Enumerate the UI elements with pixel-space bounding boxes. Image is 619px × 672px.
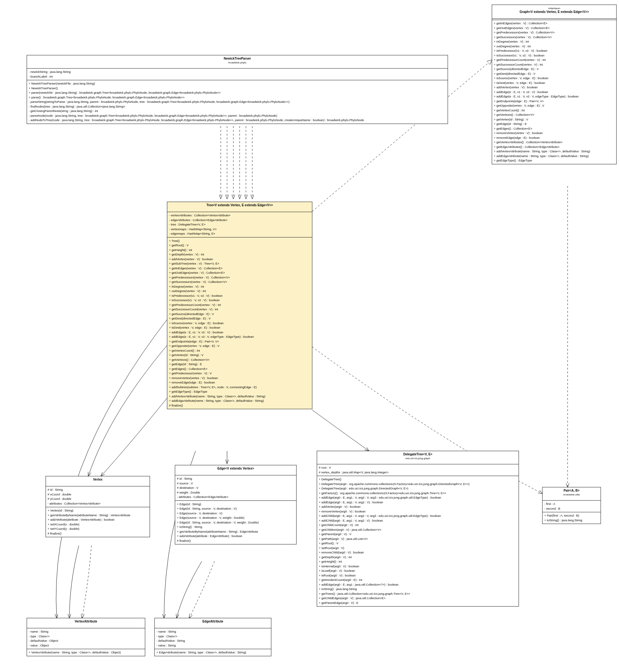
svg-text:# yCoord : double: # yCoord : double	[48, 497, 71, 500]
svg-text:+ removeChild(arg0 : V) : bool: + removeChild(arg0 : V) : boolean	[319, 551, 364, 554]
svg-text:broadwick.phylo: broadwick.phylo	[228, 61, 247, 64]
svg-text:+ DelegateTree(arg0 : org.apac: + DelegateTree(arg0 : org.apache.commons…	[319, 482, 470, 486]
svg-text:+ getOutEdges(vertex : V) : Co: + getOutEdges(vertex : V) : Collection<E…	[494, 26, 550, 29]
svg-text:+ addEdge(arg0 : E, arg1 : jav: + addEdge(arg0 : E, arg1 : java.util.Col…	[319, 583, 399, 586]
svg-text:+ Vertex(id : String): + Vertex(id : String)	[48, 509, 73, 512]
svg-text:+ inDegree(vertex : V) : int: + inDegree(vertex : V) : int	[494, 40, 529, 43]
svg-text:EdgeAttribute: EdgeAttribute	[202, 620, 223, 623]
svg-text:+ isDest(vertex : V, edge : E): + isDest(vertex : V, edge : E) : boolean	[494, 81, 545, 84]
svg-text:+ getChildEdges(arg0 : V) : ja: + getChildEdges(arg0 : V) : java.util.Co…	[319, 596, 386, 600]
svg-text:DelegateTree<V, E>: DelegateTree<V, E>	[403, 453, 432, 456]
interface-graph: «interface»Graph<V extends Vertex, E ext…	[492, 5, 616, 164]
svg-text:+ addAttribute(attribute : Ver: + addAttribute(attribute : VertexAttribu…	[48, 518, 115, 521]
svg-text:+ getEdgeAttributes() : Collec: + getEdgeAttributes() : Collection<EdgeA…	[494, 145, 560, 148]
svg-text:+ getSubTree(vertex : V) : Tre: + getSubTree(vertex : V) : Tree<V, E>	[169, 262, 219, 265]
svg-text:+ getPredecessorCount(vertex :: + getPredecessorCount(vertex : V) : int	[169, 303, 221, 307]
class-newicktreeparser: NewickTreeParserbroadwick.phylo- newickS…	[27, 55, 448, 124]
svg-text:+ getAttributeByName(attribute: + getAttributeByName(attributeName : Str…	[48, 514, 130, 517]
svg-text:+ NewickTreeParser(): + NewickTreeParser()	[29, 86, 58, 90]
svg-text:- attributes : Collection<Vert: - attributes : Collection<VertexAttribut…	[48, 502, 100, 505]
svg-text:+ getSuccessorCount(vertex : V: + getSuccessorCount(vertex : V) : int	[494, 63, 543, 66]
svg-text:+ getEndpoints(edge : E) : Pai: + getEndpoints(edge : E) : Pair<V, V>	[169, 340, 219, 343]
association-tree-delegatetree	[312, 410, 369, 451]
svg-text:- value : Object: - value : Object	[29, 644, 49, 647]
svg-text:+ NewickTreeParser(newickFile : + NewickTreeParser(newickFile : java.lan…	[29, 82, 95, 85]
svg-text:+ getPredecessors(vertex : V) : + getPredecessors(vertex : V) : Collecti…	[494, 30, 555, 34]
svg-text:+ isInternal(arg0 : V) : boole: + isInternal(arg0 : V) : boolean	[319, 564, 359, 568]
svg-text:- attributes : Collection<Edge: - attributes : Collection<EdgeAttribute>	[177, 495, 229, 498]
svg-text:+ addEdge(e : E, v1 : V, v2 : : + addEdge(e : E, v1 : V, v2 : V) : boole…	[494, 90, 548, 94]
svg-text:# xCoord : double: # xCoord : double	[48, 492, 71, 496]
svg-text:+ isSource(vertex : V, edge : : + isSource(vertex : V, edge : E) : boole…	[169, 321, 223, 325]
class-vertexattribute: VertexAttribute- name : String- type : C…	[27, 618, 145, 656]
svg-text:+ addVertexAttribute(name : St: + addVertexAttribute(name : String, type…	[494, 149, 590, 153]
svg-text:+ getDest(directedEdge : E) : : + getDest(directedEdge : E) : V	[169, 317, 211, 320]
svg-text:+ getInEdges(vertex : V) : Col: + getInEdges(vertex : V) : Collection<E>	[169, 266, 223, 270]
svg-text:+ getEdges() : Collection<E>: + getEdges() : Collection<E>	[169, 367, 207, 371]
svg-text:- newickString : java.lang.Str: - newickString : java.lang.String	[29, 70, 71, 73]
svg-text:# id : String: # id : String	[48, 488, 63, 491]
svg-text:Tree<V extends Vertex, E exten: Tree<V extends Vertex, E extends Edge<V>…	[207, 203, 273, 207]
svg-text:+ getDepth(arg0 : V) : int: + getDepth(arg0 : V) : int	[319, 555, 352, 559]
uml-diagram: NewickTreeParserbroadwick.phylo- newickS…	[0, 0, 619, 672]
svg-text:+ getVertexCount() : int: + getVertexCount() : int	[169, 349, 200, 352]
svg-text:+ getOpposite(vertex : V, edge: + getOpposite(vertex : V, edge : E) : V	[494, 104, 545, 107]
svg-text:+ removeVertex(vertex : V) : b: + removeVertex(vertex : V) : boolean	[494, 131, 543, 135]
svg-text:+ removeEdge(edge : E) : boole: + removeEdge(edge : E) : boolean	[494, 136, 540, 139]
svg-text:+ getSource(directedEdge : E) : + getSource(directedEdge : E) : V	[494, 67, 539, 71]
svg-text:+ getEndpoints(edge : E) : Pai: + getEndpoints(edge : E) : Pair<V, V>	[494, 99, 544, 103]
svg-text:- tree : DelegateTree<V, E>: - tree : DelegateTree<V, E>	[169, 223, 206, 226]
svg-text:+ getIncidentCount(arg0 : E) :: + getIncidentCount(arg0 : E) : int	[319, 578, 362, 582]
svg-text:+ getInEdges(vertex : V) : Col: + getInEdges(vertex : V) : Collection<E>	[494, 21, 547, 25]
dependency-edge-edgeattr	[189, 561, 214, 618]
svg-text:- name : String: - name : String	[156, 630, 176, 633]
svg-text:+ removeVertex(arg0 : V) : boo: + removeVertex(arg0 : V) : boolean	[319, 510, 365, 513]
svg-text:- first : A: - first : A	[544, 502, 556, 506]
svg-text:+ addEdge(e : E, v1 : V, v2 : : + addEdge(e : E, v1 : V, v2 : V, edgeTyp…	[169, 335, 254, 338]
svg-text:+ getVertexCount() : int: + getVertexCount() : int	[494, 109, 525, 112]
svg-text:# source : V: # source : V	[177, 481, 193, 485]
svg-text:+ setRoot(arg0 : V): + setRoot(arg0 : V)	[319, 546, 344, 550]
svg-text:# finalize(): # finalize()	[177, 539, 191, 542]
svg-text:+ Pair(first : A, second : B): + Pair(first : A, second : B)	[544, 514, 579, 517]
svg-text:+ getEdge(id : String) : E: + getEdge(id : String) : E	[169, 362, 202, 366]
svg-text:+ addChild(arg0 : E, arg1 : V,: + addChild(arg0 : E, arg1 : V, arg2 : V)…	[319, 519, 383, 522]
svg-text:+ getVertexAttributes() : Coll: + getVertexAttributes() : Collection<Ver…	[494, 140, 562, 144]
svg-text:NewickTreeParser: NewickTreeParser	[223, 57, 251, 60]
svg-text:+ getChildCount(arg0 : V) : in: + getChildCount(arg0 : V) : int	[319, 523, 358, 527]
svg-text:+ addEdgeAttribute(name : Stri: + addEdgeAttribute(name : String, type :…	[169, 399, 264, 402]
association-tree-vertex	[88, 334, 177, 476]
svg-text:- type : Class<>: - type : Class<>	[156, 634, 178, 638]
svg-text:+ getHeight() : int: + getHeight() : int	[169, 248, 192, 252]
svg-text:+ toString() : java.lang.Strin: + toString() : java.lang.String	[319, 587, 357, 591]
svg-text:+ Edge(id : String, source : V: + Edge(id : String, source : V, destinat…	[177, 521, 259, 524]
svg-text:+ getSuccessors(vertex : V) : : + getSuccessors(vertex : V) : Collection…	[494, 35, 552, 39]
svg-text:+ isRoot(arg0 : V) : boolean: + isRoot(arg0 : V) : boolean	[319, 574, 355, 577]
svg-text:+ isSuccessor(v1 : V, v2 : V) : + isSuccessor(v1 : V, v2 : V) : boolean	[494, 54, 544, 57]
svg-text:+ getPredecessors(vertex : V) : + getPredecessors(vertex : V) : Collecti…	[169, 276, 230, 279]
svg-text:# root : V: # root : V	[319, 466, 331, 469]
class-edgeattribute: EdgeAttribute- name : String- type : Cla…	[154, 618, 271, 656]
svg-text:+ removeVertex(vertex : V) : b: + removeVertex(vertex : V) : boolean	[169, 376, 218, 380]
svg-text:+ getRoot() : V: + getRoot() : V	[169, 244, 189, 247]
svg-text:+ getRoot() : V: + getRoot() : V	[319, 541, 339, 545]
svg-text:+ getDest(directedEdge : E) : : + getDest(directedEdge : E) : V	[494, 72, 536, 75]
svg-text:+ toString() : java.lang.Strin: + toString() : java.lang.String	[544, 519, 582, 522]
svg-text:+ getSource(directedEdge : E) : + getSource(directedEdge : E) : V	[169, 312, 214, 316]
dependency-newick-tree	[221, 126, 252, 199]
svg-text:+ addChild(arg0 : E, arg1 : V,: + addChild(arg0 : E, arg1 : V, arg2 : V,…	[319, 514, 441, 518]
svg-text:+ getEdgeType() : EdgeType: + getEdgeType() : EdgeType	[494, 158, 532, 162]
svg-text:+ getEdgeType() : EdgeType: + getEdgeType() : EdgeType	[169, 390, 207, 393]
svg-text:# finalize(): # finalize()	[48, 532, 62, 535]
svg-text:- branchLabel : int: - branchLabel : int	[29, 75, 53, 78]
svg-text:+ outDegree(vertex : V) : int: + outDegree(vertex : V) : int	[494, 45, 531, 48]
svg-text:+ Tree(): + Tree()	[169, 239, 180, 243]
svg-text:+ getVertices() : Collection<V: + getVertices() : Collection<V>	[494, 113, 535, 116]
svg-text:+ getHeight() : int: + getHeight() : int	[319, 560, 342, 563]
svg-text:edu.uci.ics.jung.graph: edu.uci.ics.jung.graph	[406, 457, 430, 460]
svg-text:+ DelegateTree(arg0 : edu.uci.: + DelegateTree(arg0 : edu.uci.ics.jung.g…	[319, 486, 408, 490]
svg-text:+ addVertex(arg0 : V) : boolea: + addVertex(arg0 : V) : boolean	[319, 505, 360, 508]
svg-text:+ getAttributeByName(attribute: + getAttributeByName(attributeName : Str…	[177, 530, 258, 533]
svg-text:+ getDepth(vertex : V) : int: + getDepth(vertex : V) : int	[169, 253, 204, 256]
svg-text:+ isPredecessor(v1 : V, v2 : V: + isPredecessor(v1 : V, v2 : V) : boolea…	[169, 294, 222, 297]
